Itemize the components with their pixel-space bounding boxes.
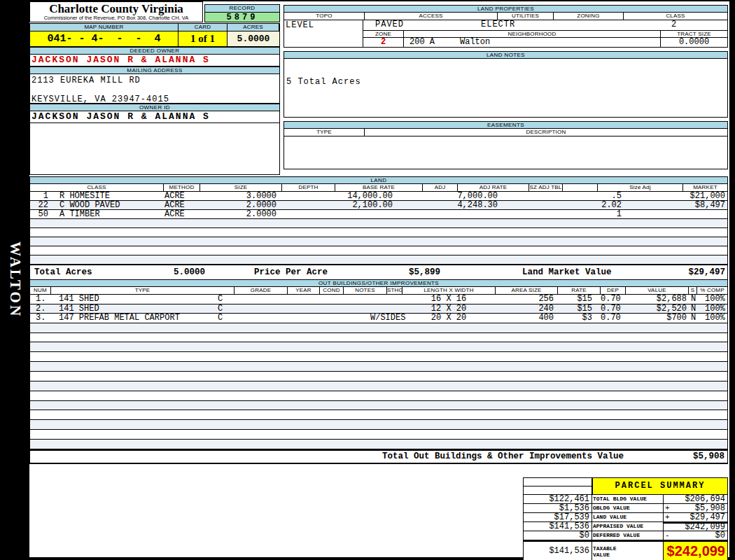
deeded-owner-header: DEEDED OWNER (29, 47, 280, 55)
topo-label: TOPO (284, 13, 365, 20)
empty-row (29, 440, 728, 449)
ps-value: $5,908 (695, 504, 725, 512)
record-label: RECORD (204, 4, 280, 12)
land-row-base-rate: 2,100.00 (302, 201, 393, 209)
ob-notes: W/SIDES (370, 314, 405, 322)
topo-value: LEVEL (284, 20, 363, 48)
ob-col-value: VALUE (626, 287, 689, 294)
zone-label: ZONE (363, 31, 404, 37)
ps-label: APPRAISED VALUE (592, 522, 664, 531)
land-row-class: A TIMBER (59, 210, 100, 218)
card-label: CARD (178, 24, 227, 31)
easements-empty-box (284, 136, 728, 169)
ob-col-cond: COND (320, 287, 344, 294)
out-building-row: 1. 141 SHED C 16 X 16 256 $15 0.70 $2,68… (29, 295, 728, 304)
empty-row (29, 430, 728, 440)
owner-id-header: OWNER ID (29, 104, 280, 111)
parcel-summary: PARCEL SUMMARY $122,461 TOTAL BLDG VALUE… (523, 477, 728, 560)
land-row-method: ACRE (164, 201, 185, 209)
empty-row (29, 352, 728, 362)
empty-row (29, 228, 728, 237)
empty-row (29, 401, 728, 411)
ob-comp: 100% (705, 295, 725, 303)
county-header: Charlotte County Virginia Commissioner o… (29, 1, 203, 22)
commissioner-subtitle: Commissioner of the Revenue, PO Box 308,… (30, 15, 202, 21)
out-building-row: 2. 141 SHED C 12 X 20 240 $15 0.70 $2,52… (29, 304, 728, 314)
ob-num: 1. (36, 295, 46, 303)
parcel-summary-left-header (524, 478, 592, 495)
ob-num: 3. (36, 314, 46, 322)
land-row-market-value: $8,497 (695, 201, 725, 209)
ob-col-type: TYPE (51, 287, 234, 294)
land-row-num: 1 (30, 192, 48, 200)
ob-type: 147 PREFAB METAL CARPORT (59, 314, 180, 322)
empty-row (29, 333, 728, 343)
total-acres-label: Total Acres (34, 265, 92, 279)
property-record-card: Charlotte County Virginia Commissioner o… (29, 1, 729, 557)
ob-total-label: Total Out Buildings & Other Improvements… (382, 451, 624, 463)
address-line2: KEYSVILLE, VA 23947-4015 (31, 85, 279, 104)
ps-label: DEFERRED VALUE (592, 531, 664, 540)
ob-col-comp: % COMP (697, 287, 727, 294)
ps-taxable-label: TAXABLE VALUE (592, 542, 664, 560)
empty-row (29, 255, 728, 265)
ob-comp: 100% (705, 314, 725, 322)
empty-row (29, 382, 728, 391)
tract-size-value: 0.0000 (661, 38, 727, 47)
ob-value: $700 (624, 314, 687, 322)
land-row-market-value: $21,000 (690, 192, 725, 200)
land-notes-text: 5 Total Acres (284, 59, 727, 87)
ob-grade: C (218, 295, 223, 303)
ob-rate: $15 (548, 295, 592, 303)
ob-num: 2. (36, 304, 46, 313)
ob-col-num: NUM (30, 287, 51, 294)
empty-row (29, 410, 728, 420)
taxable-value-row: $141,536 TAXABLE VALUE $242,099 (524, 540, 727, 560)
ps-operator: + (665, 513, 670, 522)
ob-comp: 100% (705, 304, 725, 313)
ps-taxable-value: $242,099 (667, 542, 725, 560)
land-col-market-value: MARKET VALUE (683, 184, 727, 191)
empty-row (29, 420, 728, 430)
ob-col-dep: DEP (601, 287, 626, 294)
ob-s-flag: N (691, 295, 696, 303)
land-row-num: 50 (30, 210, 48, 218)
ob-col-lxw: LENGTH X WIDTH (402, 287, 496, 294)
empty-row (29, 342, 728, 352)
out-buildings-header: OUT BUILDINGS/OTHER IMPROVEMENTS (29, 279, 728, 287)
ob-rate: $3 (548, 314, 592, 322)
zone-value: 2 (363, 38, 404, 47)
ob-col-notes: NOTES (344, 287, 387, 294)
land-col-depth: DEPTH (282, 184, 335, 191)
land-row-base-rate: 14,000.00 (302, 192, 393, 200)
land-row-size-adj: .5 (531, 192, 622, 200)
ob-dep: 0.70 (601, 304, 621, 313)
land-row-size: 2.0000 (206, 210, 276, 218)
ob-value: $2,520 (624, 304, 687, 313)
record-value: 5879 (204, 12, 280, 22)
ob-value: $2,688 (624, 295, 687, 303)
ob-col-rate: RATE (558, 287, 601, 294)
land-row: 22 C WOOD PAVED ACRE 2.0000 2,100.00 4,2… (29, 201, 728, 210)
land-col-adj: ADJ (423, 184, 458, 191)
land-row-size-adj: 2.02 (531, 201, 622, 209)
empty-row (29, 372, 728, 382)
out-buildings-table: OUT BUILDINGS/OTHER IMPROVEMENTS NUM TYP… (29, 279, 728, 464)
sidebar-vertical-text: WALTON (6, 241, 24, 318)
land-col-blank (563, 184, 598, 191)
land-row-adj-rate: 7,000.00 (407, 192, 498, 200)
land-market-value: $29,497 (688, 265, 725, 279)
parcel-summary-title: PARCEL SUMMARY (592, 478, 727, 495)
land-col-adj-rate: ADJ RATE (458, 184, 529, 191)
access-value: PAVED (375, 20, 404, 29)
map-number-label: MAP NUMBER (30, 24, 178, 31)
land-properties-panel: LAND PROPERTIES TOPO ACCESS UTILITIES ZO… (284, 5, 728, 169)
ps-label: OBLDG VALUE (592, 504, 664, 513)
ob-lxw: 12 X 20 (422, 304, 475, 313)
land-col-sz-adj-tbl: SZ ADJ TBL (529, 184, 563, 191)
zoning-label: ZONING (554, 13, 624, 20)
neighborhood-sidebar: WALTON (0, 231, 29, 329)
out-buildings-total-row: Total Out Buildings & Other Improvements… (29, 449, 728, 464)
empty-row (29, 219, 728, 228)
neighborhood-name: Walton (460, 38, 490, 47)
